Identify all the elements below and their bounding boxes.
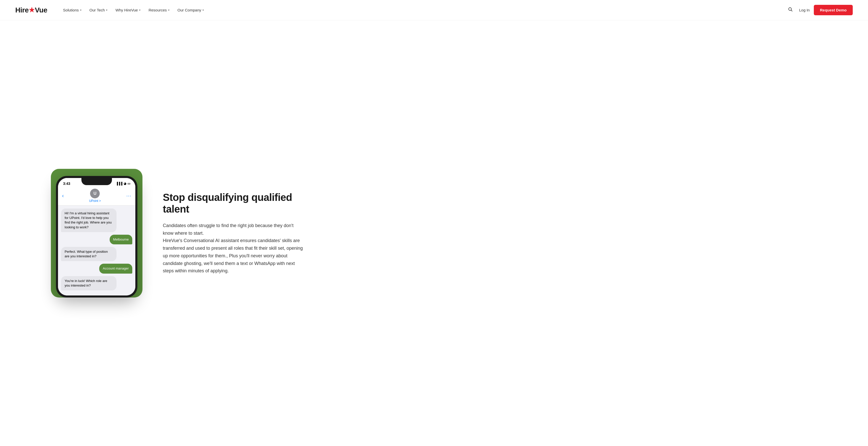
status-icons: ▐▐▐ ◕ ▭	[116, 182, 130, 185]
message-received-2: Perfect. What type of position are you i…	[61, 247, 117, 261]
phone-notch	[82, 178, 112, 185]
battery-icon: ▭	[127, 182, 130, 185]
search-icon	[788, 7, 793, 12]
contact-name: UPoint >	[89, 199, 101, 203]
phone-mockup: 3:43 ▐▐▐ ◕ ▭ ‹ U UPoint >	[51, 169, 143, 297]
message-sent-2: Account manager	[99, 264, 132, 273]
request-demo-button[interactable]: Request Demo	[814, 5, 853, 15]
nav-our-tech[interactable]: Our Tech ▾	[86, 6, 111, 14]
svg-line-1	[791, 10, 793, 11]
chevron-down-icon: ▾	[80, 9, 82, 11]
main-body: Candidates often struggle to find the ri…	[163, 222, 305, 275]
main-content: 3:43 ▐▐▐ ◕ ▭ ‹ U UPoint >	[0, 20, 868, 446]
signal-icon: ▐▐▐	[116, 182, 122, 185]
login-link[interactable]: Log In	[799, 8, 810, 12]
chat-header: ‹ U UPoint > ⋯	[58, 187, 135, 205]
main-heading: Stop disqualifying qualified talent	[163, 191, 305, 215]
avatar: U	[90, 189, 100, 198]
header: Hire★Vue Solutions ▾ Our Tech ▾ Why Hire…	[0, 0, 868, 20]
chevron-down-icon: ▾	[203, 9, 204, 11]
logo-star-icon: ★	[29, 6, 35, 14]
status-time: 3:43	[63, 182, 70, 186]
nav-actions: Log In Request Demo	[786, 5, 853, 15]
logo-text: Hire★Vue	[15, 6, 47, 14]
main-nav: Solutions ▾ Our Tech ▾ Why HireVue ▾ Res…	[60, 6, 786, 14]
logo-part1: Hire	[15, 6, 29, 14]
phone-screen: 3:43 ▐▐▐ ◕ ▭ ‹ U UPoint >	[58, 178, 135, 295]
chevron-down-icon: ▾	[106, 9, 107, 11]
nav-resources[interactable]: Resources ▾	[145, 6, 173, 14]
content-area: Stop disqualifying qualified talent Cand…	[163, 191, 305, 275]
chat-messages: Hi! I'm a virtual hiring assistant for U…	[58, 205, 135, 295]
phone-background: 3:43 ▐▐▐ ◕ ▭ ‹ U UPoint >	[51, 169, 143, 297]
chevron-down-icon: ▾	[139, 9, 141, 11]
search-button[interactable]	[786, 5, 795, 15]
phone-frame: 3:43 ▐▐▐ ◕ ▭ ‹ U UPoint >	[56, 176, 137, 297]
message-sent-1: Melbourne	[110, 235, 132, 244]
chat-contact: U UPoint >	[89, 189, 101, 203]
chevron-down-icon: ▾	[168, 9, 169, 11]
message-received-3: You're in luck! Which role are you inter…	[61, 276, 117, 290]
message-received-1: Hi! I'm a virtual hiring assistant for U…	[61, 209, 117, 232]
logo-part2: Vue	[35, 6, 47, 14]
more-icon[interactable]: ⋯	[126, 193, 131, 199]
nav-why-hirevue[interactable]: Why HireVue ▾	[112, 6, 144, 14]
logo[interactable]: Hire★Vue	[15, 6, 47, 14]
wifi-icon: ◕	[124, 182, 126, 185]
nav-solutions[interactable]: Solutions ▾	[60, 6, 85, 14]
back-icon[interactable]: ‹	[62, 193, 64, 199]
nav-our-company[interactable]: Our Company ▾	[174, 6, 207, 14]
